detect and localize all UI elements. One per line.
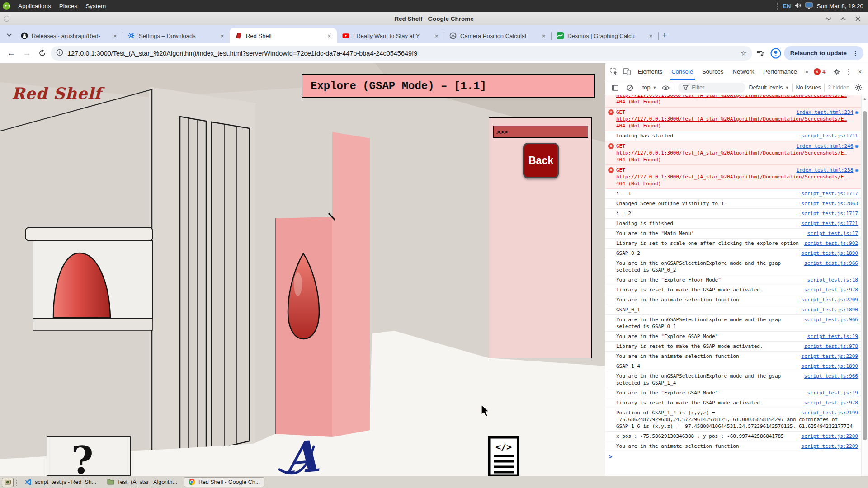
tab-close-icon[interactable]: × — [326, 32, 333, 40]
initiator-icon[interactable]: ◉ — [855, 109, 858, 116]
tab-search-button[interactable] — [3, 28, 15, 41]
source-link[interactable]: script_test.js:978 — [804, 286, 858, 293]
source-link[interactable]: script_test.js:2209 — [801, 296, 858, 303]
tab-close-icon[interactable]: × — [647, 32, 655, 40]
bookmark-star-icon[interactable]: ☆ — [740, 49, 746, 57]
prompt-field[interactable]: >>> — [493, 126, 588, 138]
tab-close-icon[interactable]: × — [540, 32, 547, 40]
devtools-close-icon[interactable]: × — [854, 68, 865, 75]
taskbar-item-3[interactable]: Red Shelf - Google Ch... — [184, 477, 264, 487]
volume-icon[interactable] — [794, 2, 802, 10]
distro-logo-icon[interactable] — [3, 2, 10, 10]
tab-close-icon[interactable]: × — [218, 32, 226, 40]
devtools-menu-icon[interactable]: ⋮ — [844, 68, 854, 76]
browser-tab-6[interactable]: Desmos | Graphing Calcu× — [551, 28, 658, 43]
error-url-link[interactable]: http://127.0.0.1:3000/Test_(A_star_%20Al… — [616, 95, 858, 99]
source-link[interactable]: index_test.html:246 — [797, 143, 854, 150]
source-link[interactable]: script_test.js:966 — [804, 316, 858, 323]
source-link[interactable]: script_test.js:2199 — [801, 409, 858, 416]
menu-applications[interactable]: Applications — [14, 0, 55, 12]
source-link[interactable]: index_test.html:234 — [797, 109, 854, 116]
source-link[interactable]: script_test.js:19 — [807, 333, 858, 340]
initiator-icon[interactable]: ◉ — [855, 143, 858, 150]
new-tab-button[interactable]: + — [658, 29, 671, 42]
source-link[interactable]: script_test.js:2209 — [801, 443, 858, 450]
source-link[interactable]: script_test.js:1890 — [801, 250, 858, 257]
context-selector[interactable]: top▼ — [642, 84, 656, 91]
console-prompt[interactable]: > — [605, 451, 861, 462]
device-toolbar-icon[interactable] — [621, 66, 632, 78]
error-count-badge[interactable]: ×4 — [814, 68, 826, 75]
error-url-link[interactable]: http://127.0.0.1:3000/Test_(A_star_%20Al… — [616, 174, 858, 180]
source-link[interactable]: index_test.html:238 — [797, 167, 854, 174]
inspect-element-icon[interactable] — [608, 66, 620, 78]
browser-menu-icon[interactable]: ⋮ — [850, 49, 861, 57]
taskbar-item-2[interactable]: Test_(A_star_ Algorith... — [103, 478, 181, 487]
source-link[interactable]: script_test.js:978 — [804, 343, 858, 350]
source-link[interactable]: script_test.js:1890 — [801, 363, 858, 370]
display-icon[interactable] — [805, 2, 813, 10]
console-settings-icon[interactable] — [853, 82, 864, 94]
source-link[interactable]: script_test.js:1721 — [801, 220, 858, 227]
menu-system[interactable]: System — [81, 0, 110, 12]
window-titlebar[interactable]: Red Shelf - Google Chrome — [0, 12, 868, 25]
url-text[interactable]: 127.0.0.1:3000/Test_(A_star_%20Algorithm… — [67, 50, 736, 57]
log-levels-dropdown[interactable]: Default levels▼ — [749, 84, 789, 91]
browser-tab-2[interactable]: Settings – Downloads× — [123, 28, 230, 43]
back-button[interactable]: ← — [5, 47, 18, 60]
source-link[interactable]: script_test.js:902 — [804, 240, 858, 247]
devtools-tab-performance[interactable]: Performance — [759, 63, 801, 80]
initiator-icon[interactable]: ◉ — [855, 167, 858, 174]
console-scrollbar[interactable]: ▲ — [861, 96, 868, 476]
source-link[interactable]: script_test.js:2209 — [801, 353, 858, 360]
source-link[interactable]: script_test.js:966 — [804, 373, 858, 380]
browser-tab-1[interactable]: Releases · arushraju/Red-× — [15, 28, 123, 43]
back-button-page[interactable]: Back — [523, 143, 559, 178]
source-link[interactable]: script_test.js:1711 — [801, 132, 858, 139]
tab-close-icon[interactable]: × — [433, 32, 440, 40]
browser-tab-5[interactable]: Camera Position Calculat× — [444, 28, 551, 43]
menu-places[interactable]: Places — [55, 0, 82, 12]
console-filter-input[interactable]: Filter — [678, 83, 745, 93]
close-button[interactable] — [854, 14, 862, 23]
minimize-button[interactable] — [825, 14, 833, 23]
media-controls-icon[interactable] — [754, 47, 768, 60]
source-link[interactable]: script_test.js:19 — [807, 389, 858, 396]
keyboard-layout-indicator[interactable]: EN — [783, 3, 791, 9]
source-link[interactable]: script_test.js:18 — [807, 277, 858, 283]
browser-tab-4[interactable]: I Really Want to Stay at Y× — [337, 28, 444, 43]
source-link[interactable]: script_test.js:966 — [804, 260, 858, 267]
source-link[interactable]: script_test.js:1717 — [801, 210, 858, 217]
profile-avatar[interactable] — [769, 47, 782, 60]
scrollbar-thumb[interactable] — [863, 111, 867, 440]
source-link[interactable]: script_test.js:2200 — [801, 433, 858, 440]
error-url-link[interactable]: http://127.0.0.1:3000/Test_(A_star_%20Al… — [616, 116, 858, 122]
devtools-tab-network[interactable]: Network — [728, 63, 759, 80]
source-link[interactable]: script_test.js:17 — [807, 230, 858, 237]
clock[interactable]: Sun Mar 8, 19:20 — [816, 3, 863, 9]
clear-console-icon[interactable] — [624, 82, 636, 94]
source-link[interactable]: script_test.js:978 — [804, 399, 858, 406]
screenshot-tool-icon[interactable] — [2, 478, 14, 487]
hidden-messages-count[interactable]: 2 hidden — [828, 84, 849, 91]
more-tabs-icon[interactable]: » — [802, 68, 811, 75]
live-expression-eye-icon[interactable] — [660, 82, 671, 94]
site-info-icon[interactable] — [56, 49, 63, 58]
address-bar[interactable]: 127.0.0.1:3000/Test_(A_star_%20Algorithm… — [51, 46, 752, 61]
issues-counter[interactable]: No Issues — [796, 84, 821, 91]
console-sidebar-icon[interactable] — [609, 82, 621, 94]
devtools-settings-icon[interactable] — [831, 66, 843, 78]
maximize-button[interactable] — [839, 14, 847, 23]
error-url-link[interactable]: http://127.0.0.1:3000/Test_(A_star_%20Al… — [616, 150, 858, 156]
scroll-up-icon[interactable]: ▲ — [863, 97, 867, 101]
devtools-tab-console[interactable]: Console — [667, 63, 698, 80]
source-link[interactable]: script_test.js:1890 — [801, 306, 858, 313]
reload-button[interactable] — [35, 47, 49, 60]
source-link[interactable]: script_test.js:2863 — [801, 200, 858, 207]
tab-close-icon[interactable]: × — [111, 32, 119, 40]
forward-button[interactable]: → — [20, 47, 33, 60]
code-doc-icon[interactable]: </> — [489, 437, 518, 476]
source-link[interactable]: script_test.js:1717 — [801, 190, 858, 197]
browser-tab-3[interactable]: Red Shelf× — [230, 28, 337, 43]
devtools-tab-sources[interactable]: Sources — [698, 63, 728, 80]
